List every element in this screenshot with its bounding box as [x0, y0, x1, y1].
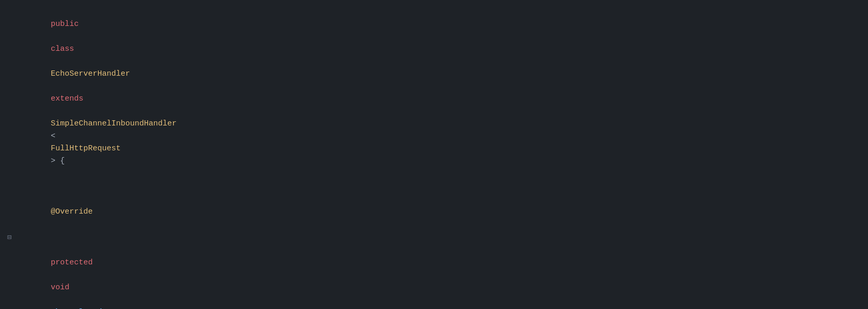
- keyword-extends: extends: [51, 94, 83, 103]
- class-SimpleChannel: SimpleChannelInboundHandler: [51, 119, 177, 128]
- line-content-2: @Override: [19, 181, 868, 231]
- line-content-3: protected void channelRead0 ( final Chan…: [19, 232, 868, 309]
- code-line-3: ⊟ protected void channelRead0 ( final Ch…: [0, 231, 868, 309]
- annotation-override: @Override: [51, 207, 93, 216]
- class-EchoServerHandler: EchoServerHandler: [51, 69, 130, 78]
- class-FullHttpRequest: FullHttpRequest: [51, 144, 121, 153]
- keyword-void: void: [51, 283, 69, 292]
- keyword-public: public: [51, 20, 79, 29]
- gutter-3: ⊟: [0, 232, 19, 243]
- code-line-1: public class EchoServerHandler extends S…: [0, 5, 868, 180]
- breakpoint-icon-3: ⊟: [7, 232, 11, 243]
- code-line-2: @Override: [0, 180, 868, 231]
- code-container: public class EchoServerHandler extends S…: [0, 0, 868, 309]
- keyword-protected: protected: [51, 258, 93, 267]
- line-content-1: public class EchoServerHandler extends S…: [19, 6, 868, 180]
- keyword-class: class: [51, 45, 74, 53]
